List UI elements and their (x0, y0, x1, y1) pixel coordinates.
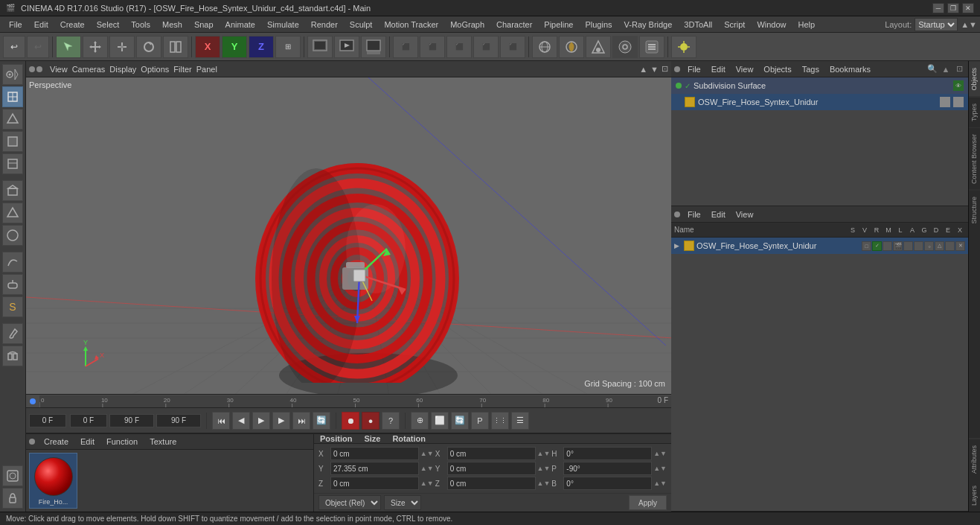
tool-uv-mode[interactable] (2, 153, 23, 174)
vtab-content-browser[interactable]: Content Browser (969, 127, 980, 190)
layout-dropdown[interactable]: Startup (915, 18, 958, 31)
rpanel-edit[interactable]: Edit (708, 64, 728, 74)
anim-mode-btn6[interactable]: ☰ (511, 412, 529, 430)
vp-icon-up[interactable]: ▲ (639, 65, 647, 74)
tool-poly-mode[interactable] (2, 131, 23, 152)
mode-scale-button[interactable] (109, 36, 135, 58)
mode-select-button[interactable] (56, 36, 81, 58)
undo-button[interactable]: ↩ (3, 36, 25, 58)
rpanel-expand-btn[interactable]: ⊡ (953, 63, 965, 75)
pos-x-field[interactable]: 0 cm (330, 447, 419, 460)
rbot-view[interactable]: View (733, 209, 757, 220)
menu-vray[interactable]: V-Ray Bridge (618, 19, 679, 31)
view-mode-btn2[interactable]: ⬛ (420, 36, 445, 58)
rpanel-tags[interactable]: Tags (799, 64, 822, 74)
menu-mograph[interactable]: MoGraph (444, 19, 490, 31)
coord-mode-dropdown[interactable]: Object (Rel) (318, 495, 381, 510)
apply-button[interactable]: Apply (629, 495, 667, 510)
minimize-button[interactable]: ─ (932, 3, 944, 13)
coord-space-dropdown[interactable]: Size (384, 495, 421, 510)
size-x-arrows[interactable]: ▲▼ (537, 450, 551, 457)
vp-icon-fullscreen[interactable]: ⊡ (662, 64, 668, 74)
vp-menu-cameras[interactable]: Cameras (72, 65, 106, 74)
anim-goto-start[interactable]: ⏮ (212, 412, 230, 430)
vtab-objects[interactable]: Objects (969, 61, 980, 97)
axis-world-button[interactable]: ⊞ (275, 36, 301, 58)
size-z-field[interactable]: 0 cm (447, 477, 536, 490)
transform-button[interactable] (163, 36, 188, 58)
vtab-types[interactable]: Types (969, 97, 980, 127)
close-button[interactable]: ✕ (962, 3, 974, 13)
rpanel-search[interactable]: 🔍 (926, 63, 938, 75)
row-r-icon[interactable] (883, 241, 892, 251)
rbot-edit[interactable]: Edit (708, 209, 728, 220)
row-icon3[interactable] (914, 241, 923, 251)
menu-animate[interactable]: Animate (220, 19, 261, 31)
rpanel-up-btn[interactable]: ▲ (940, 63, 952, 75)
menu-help[interactable]: Help (792, 19, 822, 31)
axis-y-button[interactable]: Y (222, 36, 247, 58)
rot-p-field[interactable]: -90° (563, 462, 652, 475)
menu-plugins[interactable]: Plugins (579, 19, 618, 31)
row-icon5[interactable]: △ (935, 241, 944, 251)
menu-simulate[interactable]: Simulate (261, 19, 305, 31)
vp-menu-options[interactable]: Options (141, 65, 169, 74)
mat-menu-edit[interactable]: Edit (77, 436, 97, 447)
vp-icon-down[interactable]: ▼ (650, 65, 659, 74)
subdiv-eye-icon[interactable]: 👁 (953, 80, 964, 91)
redo-button[interactable]: ↩ (27, 36, 49, 58)
size-y-arrows[interactable]: ▲▼ (537, 465, 551, 472)
vtab-structure[interactable]: Structure (969, 190, 980, 230)
size-x-field[interactable]: 0 cm (447, 447, 536, 460)
restore-button[interactable]: ❐ (947, 3, 959, 13)
menu-tools[interactable]: Tools (125, 19, 156, 31)
tool-spline-btn[interactable] (2, 252, 23, 273)
menu-sculpt[interactable]: Sculpt (344, 19, 379, 31)
row-icon4[interactable]: ⬦ (924, 241, 934, 251)
tool-points-mode[interactable] (2, 64, 23, 85)
view-mode-btn3[interactable]: ⬛ (446, 36, 472, 58)
view-mode-btn4[interactable]: ⬛ (473, 36, 499, 58)
row-cam-icon[interactable]: 🎬 (893, 241, 903, 251)
pos-y-arrows[interactable]: ▲▼ (420, 465, 434, 472)
vtab-attributes[interactable]: Attributes (969, 439, 980, 480)
vtab-layers[interactable]: Layers (969, 480, 980, 512)
tool-deformer-btn[interactable] (2, 274, 23, 295)
toolbar-light-btn[interactable] (671, 36, 696, 58)
rpanel-file[interactable]: File (685, 64, 704, 74)
anim-mode-btn1[interactable]: ⊕ (411, 412, 429, 430)
anim-goto-end[interactable]: ⏭ (292, 412, 310, 430)
mat-menu-function[interactable]: Function (103, 436, 141, 447)
tool-primitive-btn[interactable] (2, 203, 23, 223)
tool-object-btn[interactable] (2, 180, 23, 201)
menu-motion-tracker[interactable]: Motion Tracker (378, 19, 444, 31)
mode-rotate-button[interactable] (136, 36, 161, 58)
vp-menu-display[interactable]: Display (109, 65, 136, 74)
rpanel-bookmarks[interactable]: Bookmarks (827, 64, 874, 74)
row-icon7[interactable]: ✕ (955, 241, 965, 251)
menu-select[interactable]: Select (91, 19, 126, 31)
layout-arrows[interactable]: ▲▼ (961, 20, 977, 29)
anim-mode-btn3[interactable]: 🔄 (451, 412, 469, 430)
anim-play[interactable]: ▶ (252, 412, 270, 430)
table-row-osw[interactable]: ▶ OSW_Fire_Hose_Syntex_Unidur □ ✓ 🎬 ⬦ △ (671, 238, 968, 254)
tool-paint-btn[interactable] (2, 323, 23, 344)
menu-file[interactable]: File (3, 19, 28, 31)
snap-btn[interactable] (586, 36, 611, 58)
vp-menu-view[interactable]: View (50, 65, 68, 74)
menu-window[interactable]: Window (751, 19, 792, 31)
rot-h-arrows[interactable]: ▲▼ (653, 450, 667, 457)
vp-menu-filter[interactable]: Filter (173, 65, 191, 74)
tool-lock-btn[interactable] (2, 488, 23, 509)
anim-next-frame[interactable]: ▶ (272, 412, 290, 430)
anim-prev-frame[interactable]: ◀ (232, 412, 250, 430)
axis-z-button[interactable]: Z (249, 36, 274, 58)
frame-range-end[interactable]: 90 F (109, 414, 154, 427)
pos-z-field[interactable]: 0 cm (330, 477, 419, 490)
rot-b-arrows[interactable]: ▲▼ (653, 480, 667, 487)
snap-options-btn[interactable] (612, 36, 638, 58)
anim-mode-btn5[interactable]: ⋮⋮ (491, 412, 509, 430)
material-item[interactable]: Fire_Ho... (29, 453, 77, 509)
rbot-file[interactable]: File (685, 209, 704, 220)
menu-pipeline[interactable]: Pipeline (538, 19, 579, 31)
